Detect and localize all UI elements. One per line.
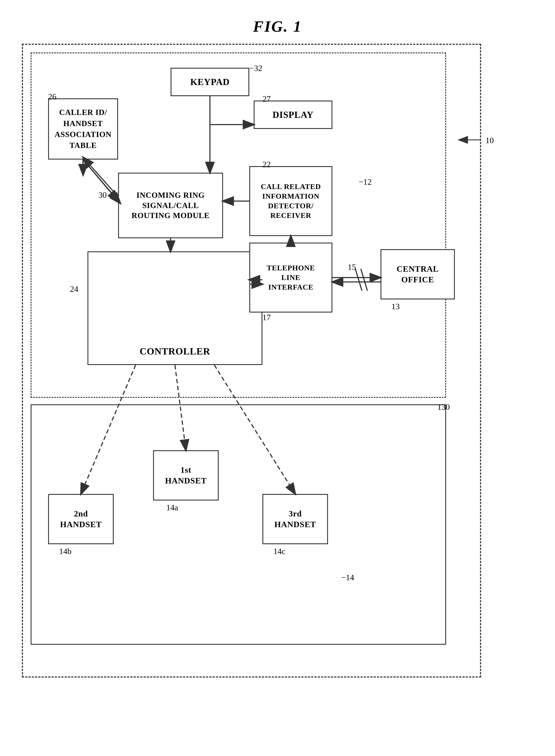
telephone-line-box: TELEPHONE LINE INTERFACE (249, 243, 332, 313)
ref-30: 30 (98, 190, 107, 200)
handset-2-box: 2nd HANDSET (48, 494, 114, 544)
ref-14a: 14a (166, 503, 178, 512)
ref-26: 26 (48, 92, 56, 101)
ref-27: 27 (262, 94, 271, 104)
ref-32: −32 (249, 63, 262, 73)
ref-22: 22 (262, 159, 271, 169)
ref-14c: 14c (273, 547, 285, 556)
controller-box: CONTROLLER (87, 251, 262, 365)
ref-10: 10 (485, 136, 494, 145)
ref-12: −12 (358, 177, 372, 187)
ref-130: 130 (437, 402, 450, 412)
ref-24: 24 (70, 284, 78, 294)
handset-3-box: 3rd HANDSET (262, 494, 328, 544)
ref-15: 15 (348, 262, 356, 272)
ref-13: 13 (391, 301, 400, 311)
incoming-ring-box: INCOMING RING SIGNAL/CALL ROUTING MODULE (118, 173, 223, 238)
handset-1-box: 1st HANDSET (153, 450, 219, 501)
call-related-box: CALL RELATED INFORMATION DETECTOR/ RECEI… (249, 166, 332, 236)
ref-14b: 14b (59, 547, 72, 556)
display-box: DISPLAY (254, 100, 332, 129)
keypad-box: KEYPAD (171, 68, 249, 96)
caller-id-table-box: CALLER ID/ HANDSET ASSOCIATION TABLE (48, 98, 118, 159)
page-title: FIG. 1 (0, 0, 555, 36)
central-office-box: CENTRAL OFFICE (381, 249, 455, 299)
ref-14: −14 (341, 573, 354, 582)
ref-17: 17 (262, 313, 271, 322)
